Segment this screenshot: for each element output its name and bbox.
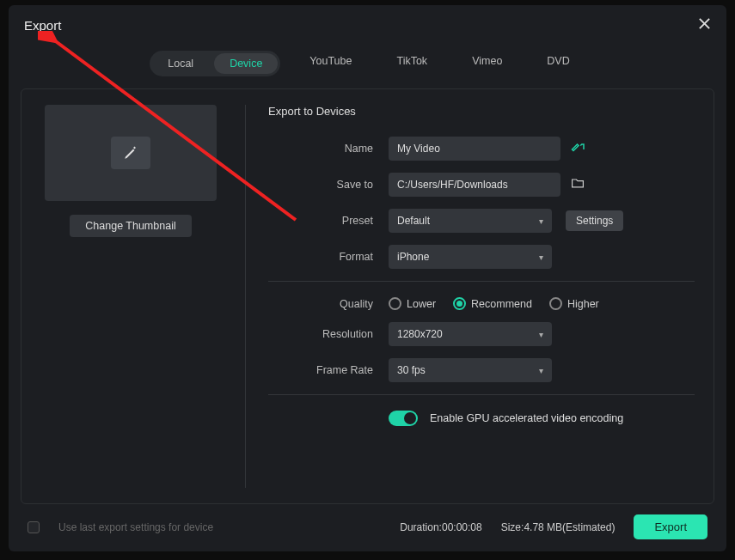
export-dialog: Export Local Device YouTube TikTok Vimeo…: [9, 5, 726, 551]
radio-icon: [453, 297, 466, 310]
quality-radios: Lower Recommend Higher: [389, 297, 599, 310]
tabbar: Local Device: [150, 51, 280, 76]
section-title: Export to Devices: [268, 105, 695, 118]
format-value: iPhone: [397, 251, 429, 263]
tab-device[interactable]: Device: [214, 53, 278, 74]
content-area: Change Thumbnail Export to Devices Name …: [21, 88, 714, 504]
tab-tiktok[interactable]: TikTok: [381, 51, 443, 76]
radio-icon: [549, 297, 562, 310]
framerate-label: Frame Rate: [268, 364, 389, 376]
chevron-down-icon: ▾: [539, 253, 543, 262]
saveto-input[interactable]: C:/Users/HF/Downloads: [389, 173, 560, 197]
thumbnail-preview[interactable]: [45, 105, 217, 201]
titlebar: Export: [9, 5, 726, 37]
size-text: Size:4.78 MB(Estimated): [501, 521, 616, 533]
tab-dvd[interactable]: DVD: [531, 51, 585, 76]
form-panel: Export to Devices Name My Video Save to …: [246, 89, 714, 503]
gpu-toggle[interactable]: [389, 411, 418, 426]
close-button[interactable]: [698, 17, 711, 33]
framerate-select[interactable]: 30 fps ▾: [389, 358, 552, 382]
duration-text: Duration:00:00:08: [400, 521, 481, 533]
close-icon: [698, 17, 711, 30]
radio-icon: [389, 297, 401, 310]
gpu-label: Enable GPU accelerated video encoding: [430, 412, 623, 424]
chevron-down-icon: ▾: [539, 216, 543, 226]
edit-icon: [111, 137, 150, 169]
use-last-checkbox[interactable]: [28, 521, 40, 533]
footer: Use last export settings for device Dura…: [9, 504, 726, 551]
quality-label: Quality: [268, 298, 389, 310]
name-label: Name: [268, 143, 389, 155]
thumbnail-panel: Change Thumbnail: [21, 89, 245, 503]
framerate-value: 30 fps: [397, 364, 426, 376]
chevron-down-icon: ▾: [539, 366, 543, 375]
format-select[interactable]: iPhone ▾: [389, 245, 552, 269]
settings-button[interactable]: Settings: [566, 210, 623, 231]
quality-higher[interactable]: Higher: [549, 297, 599, 310]
saveto-label: Save to: [268, 179, 389, 191]
format-label: Format: [268, 251, 389, 263]
tab-vimeo[interactable]: Vimeo: [456, 51, 518, 76]
preset-label: Preset: [268, 215, 389, 227]
chevron-down-icon: ▾: [539, 330, 543, 339]
quality-lower[interactable]: Lower: [389, 297, 436, 310]
tab-local[interactable]: Local: [152, 53, 209, 74]
horizontal-divider: [268, 281, 695, 282]
resolution-select[interactable]: 1280x720 ▾: [389, 322, 552, 346]
resolution-label: Resolution: [268, 328, 389, 340]
preset-value: Default: [397, 215, 430, 227]
export-button[interactable]: Export: [634, 514, 707, 539]
use-last-label: Use last export settings for device: [58, 521, 213, 533]
ai-edit-icon[interactable]: [571, 141, 586, 156]
tab-row: Local Device YouTube TikTok Vimeo DVD: [9, 37, 726, 88]
name-input[interactable]: My Video: [389, 137, 560, 161]
folder-icon[interactable]: [571, 177, 585, 192]
preset-select[interactable]: Default ▾: [389, 209, 552, 233]
tab-youtube[interactable]: YouTube: [294, 51, 367, 76]
resolution-value: 1280x720: [397, 328, 443, 340]
horizontal-divider: [268, 394, 695, 395]
quality-recommend[interactable]: Recommend: [453, 297, 532, 310]
change-thumbnail-button[interactable]: Change Thumbnail: [70, 215, 191, 237]
dialog-title: Export: [24, 18, 61, 33]
